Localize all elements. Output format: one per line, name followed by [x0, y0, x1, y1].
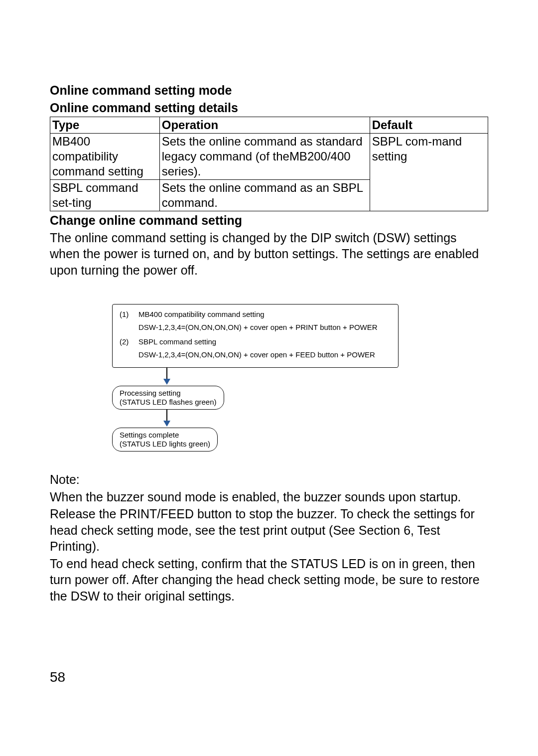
page: Online command setting mode Online comma…: [0, 0, 538, 756]
flow-item-num: (2): [120, 337, 138, 347]
flow-processing-line2: (STATUS LED flashes green): [120, 398, 217, 407]
note-label: Note:: [50, 471, 488, 488]
cell-type: MB400 compatibility command setting: [50, 134, 160, 180]
paragraph-intro: The online command setting is changed by…: [50, 230, 488, 279]
heading-mode: Online command setting mode: [50, 82, 488, 99]
heading-details: Online command setting details: [50, 100, 488, 116]
cell-op: Sets the online command as an SBPL comma…: [159, 180, 370, 211]
flow-item-title: MB400 compatibility command setting: [138, 309, 391, 319]
cell-op: Sets the online command as standard lega…: [159, 134, 370, 180]
flow-complete-box: Settings complete (STATUS LED lights gre…: [112, 428, 218, 452]
flow-complete-line1: Settings complete: [120, 431, 210, 440]
command-table: Type Operation Default MB400 compatibili…: [50, 117, 488, 211]
flow-complete-line2: (STATUS LED lights green): [120, 440, 210, 449]
flow-item-title: SBPL command setting: [138, 337, 391, 347]
note-paragraph: When the buzzer sound mode is enabled, t…: [50, 489, 488, 505]
table-header-row: Type Operation Default: [50, 117, 488, 134]
flow-processing-box: Processing setting (STATUS LED flashes g…: [112, 386, 224, 410]
flow-options-box: (1) MB400 compatibility command setting …: [112, 304, 399, 368]
cell-default: SBPL com-mand setting: [370, 134, 488, 211]
flow-item-detail: DSW-1,2,3,4=(ON,ON,ON,ON) + cover open +…: [138, 350, 391, 360]
cell-type: SBPL command set-ting: [50, 180, 160, 211]
page-number: 58: [50, 668, 65, 686]
th-operation: Operation: [159, 117, 370, 134]
flow-item-detail: DSW-1,2,3,4=(ON,ON,ON,ON) + cover open +…: [138, 322, 391, 332]
flow-item-num: (1): [120, 309, 138, 319]
heading-change: Change online command setting: [50, 212, 488, 229]
th-default: Default: [370, 117, 488, 134]
note-paragraph: Release the PRINT/FEED button to stop th…: [50, 506, 488, 555]
th-type: Type: [50, 117, 160, 134]
table-row: MB400 compatibility command setting Sets…: [50, 134, 488, 180]
flowchart: (1) MB400 compatibility command setting …: [112, 304, 399, 452]
note-paragraph: To end head check setting, confirm that …: [50, 556, 488, 605]
flow-processing-line1: Processing setting: [120, 389, 217, 398]
